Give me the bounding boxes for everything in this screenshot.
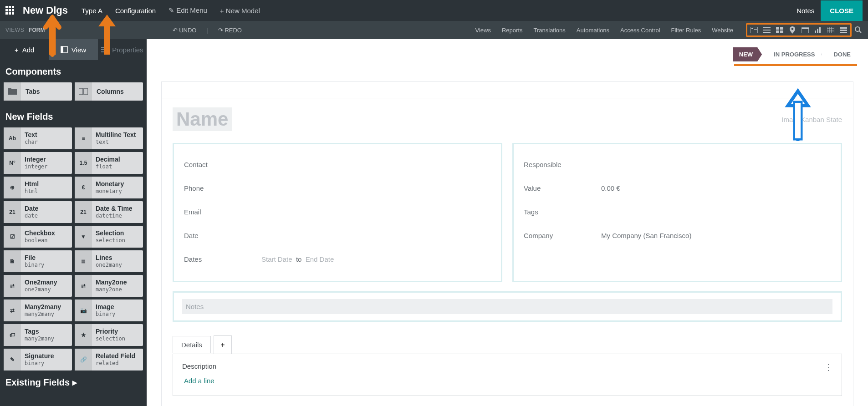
field-card-html-4[interactable]: ⊕Htmlhtml [4,177,72,198]
add-tab-button[interactable]: + [214,335,232,354]
nav-configuration[interactable]: Configuration [115,7,156,15]
link-access-control[interactable]: Access Control [620,27,660,34]
field-icon: 🔗 [75,349,92,370]
apps-grid-icon[interactable] [5,6,15,15]
search-icon[interactable] [854,26,863,34]
app-title: New Dlgs [23,5,68,16]
link-automations[interactable]: Automations [577,27,609,34]
notes-link[interactable]: Notes [797,7,814,15]
image-kanban-state[interactable]: ImageKanban State [781,116,842,123]
calendar-view-icon[interactable] [801,26,809,34]
pivot-view-icon[interactable] [827,26,835,34]
field-card-binary-10[interactable]: 🗎Filebinary [4,250,72,272]
field-icon: 1.5 [75,152,92,174]
field-card-many2many-14[interactable]: ⇄Many2manymany2many [4,299,72,321]
field-card-integer-2[interactable]: N°Integerinteger [4,152,72,174]
label-dates: Dates [184,255,261,263]
field-icon: ★ [75,324,92,346]
dates-range[interactable]: Start Date to End Date [261,255,334,263]
new-model-link[interactable]: + New Model [220,7,260,15]
tab-properties[interactable]: Properties [98,39,147,60]
label-value: Value [524,184,601,192]
graph-view-icon[interactable] [814,26,822,34]
notes-field[interactable]: Notes [182,299,832,314]
svg-rect-6 [763,32,771,33]
stage-done[interactable]: DONE [824,47,857,61]
field-card-float-3[interactable]: 1.5Decimalfloat [75,152,143,174]
kanban-view-icon[interactable] [776,26,784,34]
field-card-binary-15[interactable]: 📷Imagebinary [75,299,143,321]
link-translations[interactable]: Translations [534,27,566,34]
edit-menu-link[interactable]: ✎ Edit Menu [168,6,207,15]
label-company: Company [524,232,601,239]
undo-button[interactable]: ↶ UNDO [173,27,197,34]
close-button[interactable]: CLOSE [821,0,863,21]
field-card-many2one-13[interactable]: ⇄Many2onemany2one [75,275,143,297]
value-value: 0.00 € [601,184,620,192]
stage-new[interactable]: NEW [733,47,762,61]
link-reports[interactable]: Reports [502,27,523,34]
svg-rect-29 [101,49,108,50]
svg-rect-27 [61,46,63,53]
redo-button[interactable]: ↷ REDO [218,27,242,34]
tabs-icon [4,82,21,101]
field-icon: 21 [75,201,92,223]
form-card: Name ImageKanban State Contact Phone Ema… [161,81,853,406]
svg-rect-22 [840,30,847,31]
field-card-datetime-7[interactable]: 21Date & Timedatetime [75,201,143,223]
field-card-selection-9[interactable]: ▼Selectionselection [75,226,143,248]
tab-details[interactable]: Details [173,336,211,353]
field-card-many2many-16[interactable]: 🏷Tagsmany2many [4,324,72,346]
field-card-date-6[interactable]: 21Datedate [4,201,72,223]
existing-fields-heading[interactable]: Existing Fields ▸ [0,370,147,393]
field-icon: 21 [4,201,21,223]
svg-rect-10 [780,30,783,33]
label-email: Email [184,208,261,216]
kebab-menu-icon[interactable]: ⋮ [824,362,832,372]
field-card-boolean-8[interactable]: ☑Checkboxboolean [4,226,72,248]
activity-view-icon[interactable] [839,26,848,34]
field-card-char-0[interactable]: AbTextchar [4,127,72,149]
svg-rect-34 [84,88,88,95]
form-view-icon[interactable] [750,26,758,34]
stage-in-progress[interactable]: IN PROGRESS [765,47,822,61]
svg-rect-7 [776,27,779,30]
link-website[interactable]: Website [712,27,733,34]
right-column: Responsible Value 0.00 € Tags Company My… [512,143,842,282]
field-card-one2many-12[interactable]: ⇄One2manyone2many [4,275,72,297]
field-card-one2many-11[interactable]: ≣Linesone2many [75,250,143,272]
field-card-text-1[interactable]: ≡Multiline Texttext [75,127,143,149]
form-label: FORM [29,27,45,33]
component-columns[interactable]: Columns [75,82,143,101]
field-card-selection-17[interactable]: ★Priorityselection [75,324,143,346]
field-icon: Ab [4,127,21,149]
field-icon: 📷 [75,299,92,321]
svg-rect-8 [780,27,783,30]
top-bar: New Dlgs Type A Configuration ✎ Edit Men… [0,0,868,21]
nav-type-a[interactable]: Type A [82,7,102,15]
name-field[interactable]: Name [173,107,232,131]
sidebar: +Add View Properties Components Tabs Col… [0,39,147,406]
tab-view[interactable]: View [49,39,97,60]
field-icon: ▼ [75,226,92,248]
notes-box: Notes [173,291,842,322]
component-tabs[interactable]: Tabs [4,82,72,101]
map-view-icon[interactable] [788,26,797,34]
svg-rect-13 [815,30,816,33]
svg-rect-16 [827,27,834,33]
add-line-link[interactable]: Add a line [181,377,833,385]
tab-add[interactable]: +Add [0,39,49,60]
field-icon: 🏷 [4,324,21,346]
link-views[interactable]: Views [475,27,491,34]
field-card-binary-18[interactable]: ✎Signaturebinary [4,349,72,370]
field-icon: ☑ [4,226,21,248]
svg-rect-15 [819,27,821,33]
field-card-related-19[interactable]: 🔗Related Fieldrelated [75,349,143,370]
field-card-monetary-5[interactable]: €Monetarymonetary [75,177,143,198]
components-heading: Components [0,60,147,82]
list-view-icon[interactable] [763,26,771,34]
svg-rect-9 [776,30,779,33]
svg-rect-2 [754,28,757,28]
link-filter-rules[interactable]: Filter Rules [671,27,701,34]
sub-bar: VIEWS FORM ↶ UNDO | ↷ REDO Views Reports… [0,21,868,39]
